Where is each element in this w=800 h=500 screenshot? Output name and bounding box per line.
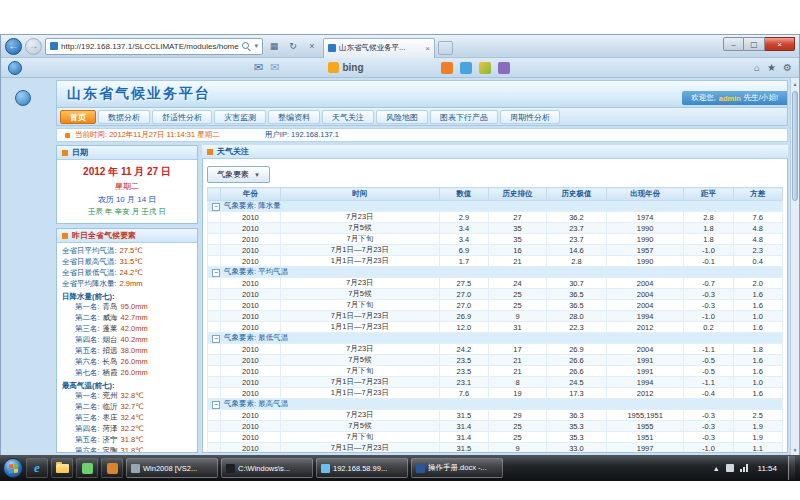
table-group-row[interactable]: −气象要素: 最高气温 bbox=[208, 399, 783, 410]
collapse-icon[interactable]: − bbox=[212, 203, 220, 211]
bing-logo[interactable]: bing bbox=[328, 62, 363, 73]
home-icon[interactable]: ⌂ bbox=[754, 62, 760, 73]
tray-network-icon[interactable] bbox=[740, 464, 749, 472]
table-row[interactable]: 20107月下旬3.43523.719901.84.8 bbox=[208, 234, 783, 245]
page-scrollbar[interactable]: ▲ ▼ bbox=[790, 78, 799, 456]
browser-viewport: 山东省气候业务平台 欢迎您, admin 先生/小姐! 首页数据分析舒适性分析灾… bbox=[1, 78, 799, 456]
mail-icon[interactable]: ✉ bbox=[254, 62, 263, 73]
table-row[interactable]: 20107月23日2.92736.219742.87.6 bbox=[208, 212, 783, 223]
table-row[interactable]: 20101月1日—7月23日7.61917.32012-0.41.6 bbox=[208, 388, 783, 399]
taskbar-button-4[interactable]: 操作手册.docx -... bbox=[411, 458, 503, 478]
app-taskbar-icon-1[interactable] bbox=[76, 458, 98, 478]
cell: 1.1 bbox=[733, 443, 782, 454]
nav-item-6[interactable]: 天气关注 bbox=[322, 110, 374, 124]
table-row[interactable]: 20101月1日—7月23日1.7212.81990-0.10.4 bbox=[208, 256, 783, 267]
table-group-row[interactable]: −气象要素: 降水量 bbox=[208, 201, 783, 212]
taskbar-button-label: Win2008 [VS2... bbox=[143, 464, 197, 473]
nav-item-2[interactable]: 数据分析 bbox=[98, 110, 150, 124]
taskbar-clock[interactable]: 11:54 bbox=[755, 464, 780, 473]
minimize-button[interactable]: – bbox=[723, 37, 744, 51]
taskbar-button-1[interactable]: Win2008 [VS2... bbox=[126, 458, 218, 478]
new-tab-button[interactable] bbox=[438, 41, 453, 55]
browser-tab[interactable]: 山东省气候业务平... × bbox=[323, 38, 435, 58]
scrollbar-thumb[interactable] bbox=[792, 91, 798, 201]
cell: 2010 bbox=[220, 311, 280, 322]
app-taskbar-icon-2[interactable] bbox=[101, 458, 123, 478]
table-row[interactable]: 20107月1日—7月23日31.5933.01997-1.01.1 bbox=[208, 443, 783, 454]
scroll-up-icon[interactable]: ▲ bbox=[791, 78, 799, 90]
floating-gadget-icon[interactable] bbox=[15, 90, 31, 106]
table-row[interactable]: 20107月5候23.52126.61991-0.51.6 bbox=[208, 355, 783, 366]
addon-icon-2[interactable] bbox=[460, 62, 472, 74]
table-row[interactable]: 20107月1日—7月23日23.1824.51994-1.11.0 bbox=[208, 377, 783, 388]
favorites-icon[interactable]: ★ bbox=[767, 62, 776, 73]
refresh-icon[interactable]: ↻ bbox=[285, 38, 301, 54]
nav-item-4[interactable]: 灾害监测 bbox=[214, 110, 266, 124]
cell: 23.5 bbox=[439, 355, 488, 366]
cell: 0.4 bbox=[733, 256, 782, 267]
cell: 16 bbox=[489, 245, 547, 256]
table-row[interactable]: 20107月5候31.42535.31955-0.31.9 bbox=[208, 421, 783, 432]
cell: -0.5 bbox=[684, 366, 733, 377]
tray-expand-icon[interactable]: ▲ bbox=[713, 465, 720, 472]
nav-item-9[interactable]: 周期性分析 bbox=[500, 110, 560, 124]
stop-icon[interactable]: × bbox=[304, 38, 320, 54]
tray-action-center-icon[interactable] bbox=[726, 464, 734, 472]
explorer-taskbar-icon[interactable] bbox=[51, 458, 73, 478]
start-button[interactable] bbox=[3, 458, 23, 478]
toolbar-round-icon[interactable] bbox=[8, 61, 22, 75]
taskbar-button-3[interactable]: 192.168.58.99... bbox=[316, 458, 408, 478]
ie-taskbar-icon[interactable]: e bbox=[26, 458, 48, 478]
table-row[interactable]: 20101月1日—7月23日12.03122.320120.21.6 bbox=[208, 322, 783, 333]
address-bar[interactable]: http://192.168.137.1/SLCCLIMATE/modules/… bbox=[45, 38, 263, 55]
address-dropdown-icon[interactable]: ▾ bbox=[254, 42, 258, 50]
table-row[interactable]: 20107月1日—7月23日6.91614.61957-1.02.3 bbox=[208, 245, 783, 256]
rank-label: 第四名: bbox=[75, 424, 100, 435]
nav-item-3[interactable]: 舒适性分析 bbox=[152, 110, 212, 124]
ranking-item: 第五名:招远38.0mm bbox=[62, 346, 192, 357]
table-row[interactable]: 20107月下旬31.42535.31951-0.31.9 bbox=[208, 432, 783, 443]
search-icon[interactable] bbox=[242, 42, 251, 51]
table-row[interactable]: 20107月23日31.52936.31955,1951-0.32.5 bbox=[208, 410, 783, 421]
ranking-sections: 日降水量(前七):第一名:青岛95.0mm第二名:威海42.7mm第三名:蓬莱4… bbox=[62, 292, 192, 453]
taskbar-button-2[interactable]: C:\Windows\s... bbox=[221, 458, 313, 478]
table-row[interactable]: 20107月下旬23.52126.61991-0.51.6 bbox=[208, 366, 783, 377]
addon-icon-4[interactable] bbox=[498, 62, 510, 74]
rank-value: 31.8℃ bbox=[121, 446, 144, 452]
forward-button[interactable]: → bbox=[25, 38, 42, 55]
table-row[interactable]: 20107月1日—7月23日26.9928.01994-1.01.0 bbox=[208, 311, 783, 322]
show-desktop-button[interactable] bbox=[788, 456, 795, 480]
table-row[interactable]: 20107月23日24.21726.92004-1.11.8 bbox=[208, 344, 783, 355]
tools-icon[interactable]: ⚙ bbox=[783, 62, 792, 73]
addon-icon-1[interactable] bbox=[441, 62, 453, 74]
calendar-panel: 日期 2012 年 11 月 27 日 星期二 农历 10 月 14 日 壬辰 … bbox=[56, 145, 198, 224]
nav-item-8[interactable]: 图表下行产品 bbox=[430, 110, 498, 124]
nav-item-7[interactable]: 风险地图 bbox=[376, 110, 428, 124]
desktop: ← → http://192.168.137.1/SLCCLIMATE/modu… bbox=[0, 0, 800, 500]
nav-item-5[interactable]: 整编资料 bbox=[268, 110, 320, 124]
calendar-date: 2012 年 11 月 27 日 bbox=[59, 165, 195, 179]
element-filter-button[interactable]: 气象要素 ▼ bbox=[207, 166, 270, 183]
mail2-icon[interactable]: ✉ bbox=[270, 62, 279, 73]
table-group-row[interactable]: −气象要素: 平均气温 bbox=[208, 267, 783, 278]
table-row[interactable]: 20107月5候27.02536.52004-0.31.6 bbox=[208, 289, 783, 300]
cell: 7月23日 bbox=[280, 212, 439, 223]
close-button[interactable]: × bbox=[765, 37, 795, 51]
row-lead-cell bbox=[208, 410, 221, 421]
collapse-icon[interactable]: − bbox=[212, 335, 220, 343]
nav-item-1[interactable]: 首页 bbox=[60, 110, 96, 124]
table-row[interactable]: 20107月23日27.52430.72004-0.72.0 bbox=[208, 278, 783, 289]
maximize-button[interactable]: ▢ bbox=[744, 37, 765, 51]
cell: -1.0 bbox=[684, 443, 733, 454]
compatibility-view-icon[interactable]: ▦ bbox=[266, 38, 282, 54]
collapse-icon[interactable]: − bbox=[212, 401, 220, 409]
table-row[interactable]: 20107月下旬27.02536.52004-0.31.6 bbox=[208, 300, 783, 311]
table-row[interactable]: 20107月5候3.43523.719901.84.8 bbox=[208, 223, 783, 234]
collapse-icon[interactable]: − bbox=[212, 269, 220, 277]
cell: -0.3 bbox=[684, 289, 733, 300]
table-group-row[interactable]: −气象要素: 最低气温 bbox=[208, 333, 783, 344]
tab-close-icon[interactable]: × bbox=[425, 44, 430, 53]
addon-icon-3[interactable] bbox=[479, 62, 491, 74]
stat-value: 2.9mm bbox=[120, 279, 143, 290]
back-button[interactable]: ← bbox=[5, 38, 22, 55]
